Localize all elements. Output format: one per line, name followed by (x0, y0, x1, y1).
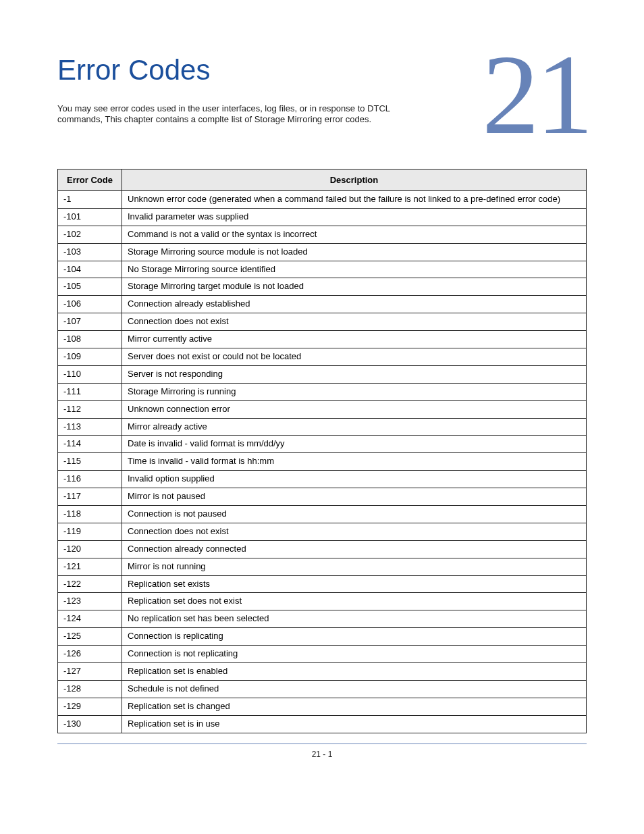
table-row: -1Unknown error code (generated when a c… (58, 191, 587, 209)
error-code-cell: -103 (58, 243, 122, 261)
error-code-cell: -130 (58, 715, 122, 733)
table-row: -117Mirror is not paused (58, 488, 587, 506)
error-code-cell: -120 (58, 540, 122, 558)
table-row: -112Unknown connection error (58, 400, 587, 418)
table-row: -126Connection is not replicating (58, 646, 587, 663)
error-description-cell: Storage Mirroring target module is not l… (122, 278, 587, 296)
error-code-cell: -102 (58, 226, 122, 243)
error-description-cell: Connection is not replicating (122, 646, 587, 663)
error-description-cell: Invalid parameter was supplied (122, 208, 587, 226)
error-code-cell: -101 (58, 208, 122, 226)
table-row: -102Command is not a valid or the syntax… (58, 226, 587, 243)
error-code-cell: -109 (58, 348, 122, 366)
table-row: -125Connection is replicating (58, 628, 587, 646)
table-row: -110Server is not responding (58, 365, 587, 383)
table-row: -111Storage Mirroring is running (58, 383, 587, 400)
error-description-cell: Time is invalid - valid format is hh:mm (122, 453, 587, 471)
error-code-cell: -110 (58, 365, 122, 383)
error-description-cell: Replication set is changed (122, 698, 587, 715)
error-description-cell: Date is invalid - valid format is mm/dd/… (122, 436, 587, 453)
error-code-cell: -1 (58, 191, 122, 209)
error-description-cell: Mirror currently active (122, 331, 587, 348)
error-code-cell: -121 (58, 558, 122, 575)
table-row: -119Connection does not exist (58, 523, 587, 540)
error-description-cell: Connection is replicating (122, 628, 587, 646)
error-description-cell: Unknown error code (generated when a com… (122, 191, 587, 209)
table-row: -103Storage Mirroring source module is n… (58, 243, 587, 261)
error-code-cell: -105 (58, 278, 122, 296)
table-row: -116Invalid option supplied (58, 471, 587, 488)
error-description-cell: Storage Mirroring is running (122, 383, 587, 400)
error-description-cell: Invalid option supplied (122, 471, 587, 488)
chapter-number: 21 (482, 37, 590, 152)
error-description-cell: Server does not exist or could not be lo… (122, 348, 587, 366)
error-description-cell: Unknown connection error (122, 400, 587, 418)
table-row: -120Connection already connected (58, 540, 587, 558)
error-code-cell: -112 (58, 400, 122, 418)
error-description-cell: Connection already connected (122, 540, 587, 558)
table-row: -128Schedule is not defined (58, 680, 587, 698)
table-row: -129Replication set is changed (58, 698, 587, 715)
error-code-cell: -127 (58, 663, 122, 681)
error-code-cell: -114 (58, 436, 122, 453)
error-code-cell: -118 (58, 506, 122, 523)
error-code-cell: -119 (58, 523, 122, 540)
table-row: -107Connection does not exist (58, 313, 587, 331)
error-code-cell: -107 (58, 313, 122, 331)
error-code-cell: -106 (58, 296, 122, 313)
page-footer: 21 - 1 (57, 744, 587, 759)
error-code-cell: -117 (58, 488, 122, 506)
error-description-cell: Replication set is in use (122, 715, 587, 733)
error-code-cell: -108 (58, 331, 122, 348)
error-description-cell: Mirror already active (122, 418, 587, 436)
table-row: -127Replication set is enabled (58, 663, 587, 681)
error-description-cell: No Storage Mirroring source identified (122, 261, 587, 278)
error-code-cell: -113 (58, 418, 122, 436)
error-description-cell: Schedule is not defined (122, 680, 587, 698)
table-row: -113Mirror already active (58, 418, 587, 436)
table-row: -123Replication set does not exist (58, 593, 587, 610)
table-row: -122Replication set exists (58, 575, 587, 593)
error-description-cell: Connection already established (122, 296, 587, 313)
error-code-cell: -125 (58, 628, 122, 646)
error-code-cell: -124 (58, 610, 122, 628)
table-row: -106Connection already established (58, 296, 587, 313)
error-description-cell: Replication set does not exist (122, 593, 587, 610)
table-row: -124No replication set has been selected (58, 610, 587, 628)
table-row: -101Invalid parameter was supplied (58, 208, 587, 226)
error-description-cell: Connection is not paused (122, 506, 587, 523)
error-code-cell: -116 (58, 471, 122, 488)
error-code-cell: -122 (58, 575, 122, 593)
error-description-cell: Replication set is enabled (122, 663, 587, 681)
table-row: -115Time is invalid - valid format is hh… (58, 453, 587, 471)
error-code-cell: -123 (58, 593, 122, 610)
table-row: -114Date is invalid - valid format is mm… (58, 436, 587, 453)
error-description-cell: Connection does not exist (122, 523, 587, 540)
error-code-cell: -104 (58, 261, 122, 278)
table-row: -109Server does not exist or could not b… (58, 348, 587, 366)
table-row: -121Mirror is not running (58, 558, 587, 575)
table-row: -104No Storage Mirroring source identifi… (58, 261, 587, 278)
error-code-cell: -111 (58, 383, 122, 400)
error-description-cell: Command is not a valid or the syntax is … (122, 226, 587, 243)
table-header-code: Error Code (58, 170, 122, 191)
table-row: -118Connection is not paused (58, 506, 587, 523)
error-code-cell: -115 (58, 453, 122, 471)
table-row: -105Storage Mirroring target module is n… (58, 278, 587, 296)
error-description-cell: Connection does not exist (122, 313, 587, 331)
error-code-cell: -126 (58, 646, 122, 663)
page-header: 21 Error Codes You may see error codes u… (57, 54, 587, 155)
table-row: -130Replication set is in use (58, 715, 587, 733)
error-code-cell: -128 (58, 680, 122, 698)
error-description-cell: Mirror is not paused (122, 488, 587, 506)
error-description-cell: Mirror is not running (122, 558, 587, 575)
error-description-cell: Server is not responding (122, 365, 587, 383)
intro-paragraph: You may see error codes used in the user… (57, 103, 425, 126)
table-row: -108Mirror currently active (58, 331, 587, 348)
error-description-cell: Storage Mirroring source module is not l… (122, 243, 587, 261)
table-header-description: Description (122, 170, 587, 191)
error-description-cell: Replication set exists (122, 575, 587, 593)
error-codes-table: Error Code Description -1Unknown error c… (57, 169, 587, 733)
error-code-cell: -129 (58, 698, 122, 715)
error-description-cell: No replication set has been selected (122, 610, 587, 628)
